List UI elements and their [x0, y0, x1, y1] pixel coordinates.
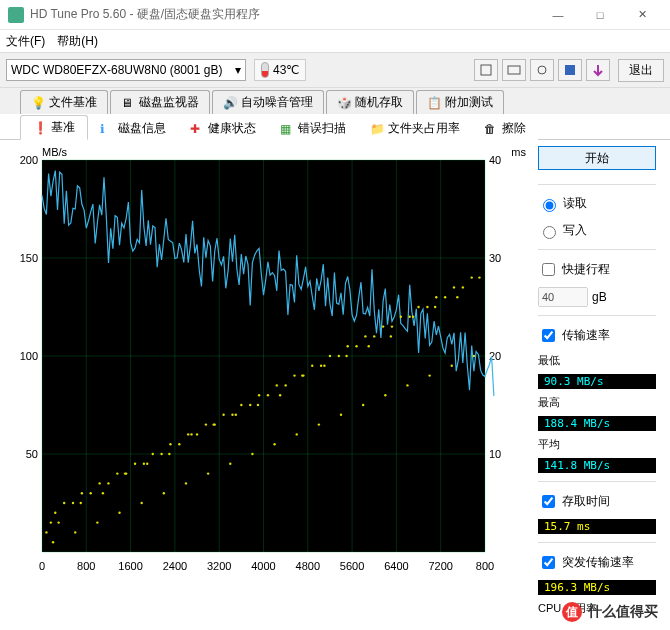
svg-point-44: [72, 502, 74, 504]
svg-point-61: [222, 414, 224, 416]
copy-screenshot-button[interactable]: [502, 59, 526, 81]
svg-point-125: [390, 335, 392, 337]
svg-point-48: [107, 482, 109, 484]
drive-select[interactable]: WDC WD80EFZX-68UW8N0 (8001 gB) ▾: [6, 59, 246, 81]
short-stroke-check[interactable]: 快捷行程: [538, 260, 656, 279]
svg-point-52: [143, 463, 145, 465]
tab-info[interactable]: ℹ磁盘信息: [88, 117, 178, 140]
min-value: 90.3 MB/s: [538, 374, 656, 389]
svg-point-56: [178, 443, 180, 445]
svg-text:0: 0: [39, 560, 45, 572]
tab-disk-monitor[interactable]: 🖥磁盘监视器: [110, 90, 210, 114]
tab-random-access[interactable]: 🎲随机存取: [326, 90, 414, 114]
tab-health[interactable]: ✚健康状态: [178, 117, 268, 140]
svg-point-85: [435, 296, 437, 298]
svg-point-123: [345, 355, 347, 357]
start-button[interactable]: 开始: [538, 146, 656, 170]
save-button[interactable]: [558, 59, 582, 81]
close-button[interactable]: ✕: [622, 1, 662, 29]
svg-point-101: [296, 433, 298, 435]
svg-text:800: 800: [476, 560, 494, 572]
svg-text:1600: 1600: [118, 560, 142, 572]
svg-point-112: [102, 492, 104, 494]
maximize-button[interactable]: □: [580, 1, 620, 29]
tab-benchmark[interactable]: ❗基准: [20, 115, 88, 140]
tab-erase[interactable]: 🗑擦除: [472, 117, 538, 140]
svg-point-121: [301, 374, 303, 376]
svg-point-41: [50, 521, 52, 523]
tab-folder-usage[interactable]: 📁文件夹占用率: [358, 117, 472, 140]
access-value: 15.7 ms: [538, 519, 656, 534]
temperature-badge: 43℃: [254, 59, 306, 81]
clipboard-icon: 📋: [427, 96, 441, 110]
info-circle-icon: ℹ: [100, 122, 114, 136]
menu-help[interactable]: 帮助(H): [57, 33, 98, 50]
svg-point-84: [426, 306, 428, 308]
svg-point-86: [444, 296, 446, 298]
svg-text:200: 200: [20, 154, 38, 166]
svg-rect-1: [508, 66, 520, 74]
menu-file[interactable]: 文件(F): [6, 33, 45, 50]
watermark-icon: 值: [562, 602, 582, 622]
watermark-text: 什么值得买: [588, 603, 658, 621]
avg-value: 141.8 MB/s: [538, 458, 656, 473]
svg-point-95: [163, 492, 165, 494]
exit-button[interactable]: 退出: [618, 59, 664, 82]
svg-point-72: [320, 365, 322, 367]
svg-text:30: 30: [489, 252, 501, 264]
menubar: 文件(F) 帮助(H): [0, 30, 670, 52]
screenshot-button[interactable]: [530, 59, 554, 81]
svg-point-126: [412, 316, 414, 318]
copy-info-button[interactable]: [474, 59, 498, 81]
transfer-check[interactable]: 传输速率: [538, 326, 656, 345]
svg-text:100: 100: [20, 350, 38, 362]
svg-point-103: [340, 414, 342, 416]
thermometer-icon: [261, 62, 269, 78]
svg-point-78: [373, 335, 375, 337]
svg-point-73: [329, 355, 331, 357]
svg-point-80: [391, 325, 393, 327]
svg-point-87: [453, 286, 455, 288]
stroke-spinbox[interactable]: [538, 287, 588, 307]
svg-point-62: [231, 414, 233, 416]
tab-extra-tests[interactable]: 📋附加测试: [416, 90, 504, 114]
min-label: 最低: [538, 353, 656, 368]
window-title: HD Tune Pro 5.60 - 硬盘/固态硬盘实用程序: [30, 6, 538, 23]
read-radio[interactable]: 读取: [538, 195, 656, 212]
svg-point-106: [406, 384, 408, 386]
max-label: 最高: [538, 395, 656, 410]
write-radio[interactable]: 写入: [538, 222, 656, 239]
svg-point-63: [240, 404, 242, 406]
svg-point-76: [355, 345, 357, 347]
bulb-icon: 💡: [31, 96, 45, 110]
svg-point-102: [318, 423, 320, 425]
svg-text:150: 150: [20, 252, 38, 264]
options-button[interactable]: [586, 59, 610, 81]
svg-point-88: [462, 286, 464, 288]
svg-point-100: [273, 443, 275, 445]
tab-aam[interactable]: 🔊自动噪音管理: [212, 90, 324, 114]
y-right-label: ms: [511, 146, 526, 158]
svg-point-59: [205, 423, 207, 425]
tab-error-scan[interactable]: ▦错误扫描: [268, 117, 358, 140]
tab-file-benchmark[interactable]: 💡文件基准: [20, 90, 108, 114]
y-left-label: MB/s: [42, 146, 67, 158]
watermark: 值 什么值得买: [562, 602, 658, 622]
svg-point-79: [382, 325, 384, 327]
svg-point-91: [74, 531, 76, 533]
access-check[interactable]: 存取时间: [538, 492, 656, 511]
svg-text:4800: 4800: [296, 560, 320, 572]
folder-icon: 📁: [370, 122, 384, 136]
content-area: 2001501005040302010080016002400320040004…: [0, 140, 670, 630]
tab-row-bottom: ❗基准 ℹ磁盘信息 ✚健康状态 ▦错误扫描 📁文件夹占用率 🗑擦除: [0, 114, 670, 140]
avg-label: 平均: [538, 437, 656, 452]
svg-point-42: [54, 512, 56, 514]
burst-check[interactable]: 突发传输速率: [538, 553, 656, 572]
chart-svg: 2001501005040302010080016002400320040004…: [8, 146, 513, 576]
svg-point-94: [140, 502, 142, 504]
svg-point-118: [235, 414, 237, 416]
svg-point-104: [362, 404, 364, 406]
info-icon: ❗: [33, 121, 47, 135]
minimize-button[interactable]: —: [538, 1, 578, 29]
svg-point-98: [229, 463, 231, 465]
